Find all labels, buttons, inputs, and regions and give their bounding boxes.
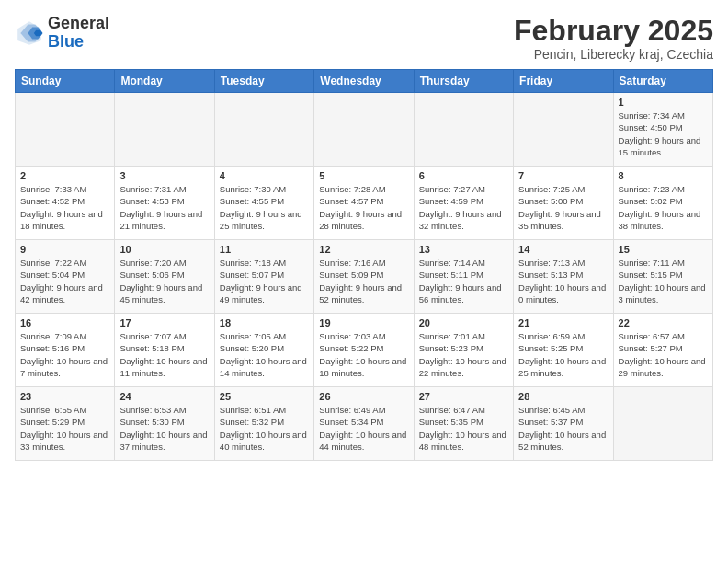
day-number: 22 <box>619 317 708 328</box>
day-number: 16 <box>20 317 109 328</box>
day-info: Sunrise: 7:13 AM Sunset: 5:13 PM Dayligh… <box>518 257 608 305</box>
calendar-cell: 28Sunrise: 6:45 AM Sunset: 5:37 PM Dayli… <box>514 387 613 461</box>
weekday-header-friday: Friday <box>514 70 613 93</box>
month-title: February 2025 <box>514 15 713 47</box>
calendar-cell: 16Sunrise: 7:09 AM Sunset: 5:16 PM Dayli… <box>16 314 115 387</box>
day-info: Sunrise: 7:03 AM Sunset: 5:22 PM Dayligh… <box>319 330 408 379</box>
day-number: 10 <box>119 244 209 255</box>
calendar-cell: 18Sunrise: 7:05 AM Sunset: 5:20 PM Dayli… <box>214 314 313 387</box>
logo-icon <box>15 18 44 48</box>
page-header: General Blue February 2025 Pencin, Liber… <box>15 15 713 62</box>
calendar-cell: 11Sunrise: 7:18 AM Sunset: 5:07 PM Dayli… <box>214 240 313 314</box>
title-block: February 2025 Pencin, Liberecky kraj, Cz… <box>514 15 713 62</box>
day-number: 2 <box>20 170 109 181</box>
calendar-cell: 24Sunrise: 6:53 AM Sunset: 5:30 PM Dayli… <box>115 387 214 461</box>
day-info: Sunrise: 7:31 AM Sunset: 4:53 PM Dayligh… <box>119 183 209 232</box>
day-info: Sunrise: 7:16 AM Sunset: 5:09 PM Dayligh… <box>319 257 408 305</box>
day-number: 23 <box>20 391 109 402</box>
day-number: 18 <box>220 317 309 328</box>
day-info: Sunrise: 7:27 AM Sunset: 4:59 PM Dayligh… <box>419 183 508 232</box>
calendar-cell: 1Sunrise: 7:34 AM Sunset: 4:50 PM Daylig… <box>613 93 712 167</box>
calendar-cell: 23Sunrise: 6:55 AM Sunset: 5:29 PM Dayli… <box>16 387 115 461</box>
calendar-cell: 9Sunrise: 7:22 AM Sunset: 5:04 PM Daylig… <box>16 240 115 314</box>
calendar-cell: 21Sunrise: 6:59 AM Sunset: 5:25 PM Dayli… <box>514 314 613 387</box>
calendar-cell: 27Sunrise: 6:47 AM Sunset: 5:35 PM Dayli… <box>414 387 513 461</box>
weekday-header-sunday: Sunday <box>16 70 115 93</box>
day-info: Sunrise: 7:34 AM Sunset: 4:50 PM Dayligh… <box>619 109 708 158</box>
day-number: 28 <box>518 391 608 402</box>
weekday-header-thursday: Thursday <box>414 70 513 93</box>
calendar-cell: 14Sunrise: 7:13 AM Sunset: 5:13 PM Dayli… <box>514 240 613 314</box>
day-number: 1 <box>619 97 708 108</box>
day-info: Sunrise: 6:45 AM Sunset: 5:37 PM Dayligh… <box>518 404 608 453</box>
calendar-cell <box>115 93 214 167</box>
day-info: Sunrise: 6:59 AM Sunset: 5:25 PM Dayligh… <box>518 330 608 379</box>
day-info: Sunrise: 7:20 AM Sunset: 5:06 PM Dayligh… <box>119 257 209 305</box>
weekday-header-saturday: Saturday <box>613 70 712 93</box>
day-number: 24 <box>119 391 209 402</box>
day-info: Sunrise: 7:09 AM Sunset: 5:16 PM Dayligh… <box>20 330 109 379</box>
calendar-cell: 2Sunrise: 7:33 AM Sunset: 4:52 PM Daylig… <box>16 167 115 240</box>
day-info: Sunrise: 7:05 AM Sunset: 5:20 PM Dayligh… <box>220 330 309 379</box>
day-number: 13 <box>419 244 508 255</box>
calendar-cell: 20Sunrise: 7:01 AM Sunset: 5:23 PM Dayli… <box>414 314 513 387</box>
calendar-week-1: 1Sunrise: 7:34 AM Sunset: 4:50 PM Daylig… <box>16 93 713 167</box>
day-info: Sunrise: 6:57 AM Sunset: 5:27 PM Dayligh… <box>619 330 708 379</box>
calendar-cell: 4Sunrise: 7:30 AM Sunset: 4:55 PM Daylig… <box>214 167 313 240</box>
calendar-cell: 8Sunrise: 7:23 AM Sunset: 5:02 PM Daylig… <box>613 167 712 240</box>
day-info: Sunrise: 6:55 AM Sunset: 5:29 PM Dayligh… <box>20 404 109 453</box>
day-info: Sunrise: 7:33 AM Sunset: 4:52 PM Dayligh… <box>20 183 109 232</box>
day-info: Sunrise: 7:18 AM Sunset: 5:07 PM Dayligh… <box>220 257 309 305</box>
day-info: Sunrise: 7:23 AM Sunset: 5:02 PM Dayligh… <box>619 183 708 232</box>
day-number: 26 <box>319 391 408 402</box>
calendar-table: SundayMondayTuesdayWednesdayThursdayFrid… <box>15 69 713 461</box>
logo-text: General Blue <box>48 15 109 52</box>
day-info: Sunrise: 6:49 AM Sunset: 5:34 PM Dayligh… <box>319 404 408 453</box>
calendar-cell: 25Sunrise: 6:51 AM Sunset: 5:32 PM Dayli… <box>214 387 313 461</box>
day-number: 20 <box>419 317 508 328</box>
day-info: Sunrise: 7:25 AM Sunset: 5:00 PM Dayligh… <box>518 183 608 232</box>
calendar-cell: 15Sunrise: 7:11 AM Sunset: 5:15 PM Dayli… <box>613 240 712 314</box>
calendar-week-4: 16Sunrise: 7:09 AM Sunset: 5:16 PM Dayli… <box>16 314 713 387</box>
calendar-week-5: 23Sunrise: 6:55 AM Sunset: 5:29 PM Dayli… <box>16 387 713 461</box>
day-info: Sunrise: 6:51 AM Sunset: 5:32 PM Dayligh… <box>220 404 309 453</box>
weekday-header-row: SundayMondayTuesdayWednesdayThursdayFrid… <box>16 70 713 93</box>
day-info: Sunrise: 7:07 AM Sunset: 5:18 PM Dayligh… <box>119 330 209 379</box>
day-number: 11 <box>220 244 309 255</box>
calendar-cell: 17Sunrise: 7:07 AM Sunset: 5:18 PM Dayli… <box>115 314 214 387</box>
calendar-cell: 12Sunrise: 7:16 AM Sunset: 5:09 PM Dayli… <box>314 240 414 314</box>
calendar-cell: 6Sunrise: 7:27 AM Sunset: 4:59 PM Daylig… <box>414 167 513 240</box>
day-info: Sunrise: 7:22 AM Sunset: 5:04 PM Dayligh… <box>20 257 109 305</box>
day-number: 6 <box>419 170 508 181</box>
day-number: 17 <box>119 317 209 328</box>
day-number: 3 <box>119 170 209 181</box>
calendar-cell: 22Sunrise: 6:57 AM Sunset: 5:27 PM Dayli… <box>613 314 712 387</box>
calendar-cell: 3Sunrise: 7:31 AM Sunset: 4:53 PM Daylig… <box>115 167 214 240</box>
day-info: Sunrise: 6:53 AM Sunset: 5:30 PM Dayligh… <box>119 404 209 453</box>
day-number: 7 <box>518 170 608 181</box>
calendar-cell: 10Sunrise: 7:20 AM Sunset: 5:06 PM Dayli… <box>115 240 214 314</box>
logo-blue: Blue <box>48 33 109 52</box>
day-number: 8 <box>619 170 708 181</box>
calendar-cell <box>414 93 513 167</box>
day-number: 14 <box>518 244 608 255</box>
day-number: 5 <box>319 170 408 181</box>
day-info: Sunrise: 7:01 AM Sunset: 5:23 PM Dayligh… <box>419 330 508 379</box>
day-number: 12 <box>319 244 408 255</box>
day-number: 9 <box>20 244 109 255</box>
day-number: 19 <box>319 317 408 328</box>
calendar-cell: 13Sunrise: 7:14 AM Sunset: 5:11 PM Dayli… <box>414 240 513 314</box>
logo: General Blue <box>15 15 109 52</box>
calendar-cell: 7Sunrise: 7:25 AM Sunset: 5:00 PM Daylig… <box>514 167 613 240</box>
day-number: 27 <box>419 391 508 402</box>
calendar-week-3: 9Sunrise: 7:22 AM Sunset: 5:04 PM Daylig… <box>16 240 713 314</box>
calendar-cell: 26Sunrise: 6:49 AM Sunset: 5:34 PM Dayli… <box>314 387 414 461</box>
calendar-cell <box>16 93 115 167</box>
day-info: Sunrise: 7:30 AM Sunset: 4:55 PM Dayligh… <box>220 183 309 232</box>
calendar-cell: 5Sunrise: 7:28 AM Sunset: 4:57 PM Daylig… <box>314 167 414 240</box>
day-info: Sunrise: 7:14 AM Sunset: 5:11 PM Dayligh… <box>419 257 508 305</box>
weekday-header-wednesday: Wednesday <box>314 70 414 93</box>
calendar-week-2: 2Sunrise: 7:33 AM Sunset: 4:52 PM Daylig… <box>16 167 713 240</box>
day-info: Sunrise: 7:11 AM Sunset: 5:15 PM Dayligh… <box>619 257 708 305</box>
calendar-cell <box>514 93 613 167</box>
